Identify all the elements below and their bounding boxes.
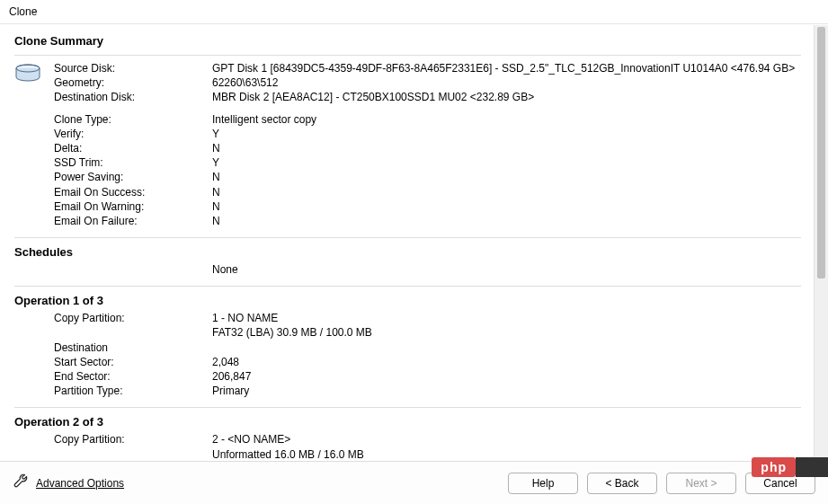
value-op1-partition-type: Primary — [212, 384, 801, 398]
value-delta: N — [212, 141, 801, 155]
label-op1-start-sector: Start Sector: — [14, 355, 212, 369]
section-clone-summary: Clone Summary — [14, 29, 801, 51]
divider — [14, 407, 801, 408]
vertical-scrollbar[interactable] — [814, 25, 828, 461]
value-ssd-trim: Y — [212, 155, 801, 170]
php-badge: php — [752, 457, 796, 477]
label-geometry: Geometry: — [54, 75, 212, 90]
content-wrapper: Clone Summary Source Disk:GPT Disk 1 [68… — [0, 25, 828, 461]
label-source-disk: Source Disk: — [54, 61, 212, 75]
label-destination-disk: Destination Disk: — [54, 90, 212, 104]
value-email-failure: N — [212, 214, 801, 228]
value-clone-type: Intelligent sector copy — [212, 112, 801, 127]
value-verify: Y — [212, 127, 801, 141]
value-geometry: 62260\63\512 — [212, 75, 801, 90]
section-operation-2: Operation 2 of 3 — [14, 410, 801, 432]
content-body: Clone Summary Source Disk:GPT Disk 1 [68… — [0, 25, 814, 461]
value-op1-copy-sub: FAT32 (LBA) 30.9 MB / 100.0 MB — [14, 325, 801, 340]
scrollbar-thumb[interactable] — [817, 27, 825, 279]
label-power-saving: Power Saving: — [14, 170, 212, 184]
divider — [14, 286, 801, 287]
value-op2-copy-sub: Unformatted 16.0 MB / 16.0 MB — [14, 447, 801, 461]
window-title: Clone — [0, 0, 828, 24]
section-operation-1: Operation 1 of 3 — [14, 288, 801, 311]
value-destination-disk: MBR Disk 2 [AEA8AC12] - CT250BX100SSD1 M… — [212, 90, 801, 104]
value-email-success: N — [212, 185, 801, 199]
label-ssd-trim: SSD Trim: — [14, 155, 212, 170]
value-op1-copy-partition: 1 - NO NAME — [212, 311, 801, 325]
advanced-options-link[interactable]: Advanced Options — [36, 477, 124, 490]
divider — [14, 237, 801, 238]
value-op1-end-sector: 206,847 — [212, 369, 801, 384]
label-op1-end-sector: End Sector: — [14, 369, 212, 384]
value-op1-start-sector: 2,048 — [212, 355, 801, 369]
help-button[interactable]: Help — [508, 473, 578, 494]
value-power-saving: N — [212, 170, 801, 184]
label-op1-copy-partition: Copy Partition: — [14, 311, 212, 325]
label-op2-copy-partition: Copy Partition: — [14, 432, 212, 447]
label-email-success: Email On Success: — [14, 185, 212, 199]
value-schedules: None — [212, 262, 801, 277]
overlay-block — [796, 457, 828, 477]
label-schedules-empty — [14, 262, 212, 277]
footer-bar: Advanced Options Help < Back Next > Canc… — [0, 461, 828, 504]
label-clone-type: Clone Type: — [14, 112, 212, 127]
disk-icon — [14, 61, 54, 105]
section-schedules: Schedules — [14, 240, 801, 262]
label-op1-partition-type: Partition Type: — [14, 384, 212, 398]
value-email-warning: N — [212, 199, 801, 214]
divider — [14, 55, 801, 56]
label-delta: Delta: — [14, 141, 212, 155]
label-verify: Verify: — [14, 127, 212, 141]
label-email-failure: Email On Failure: — [14, 214, 212, 228]
value-op2-copy-partition: 2 - <NO NAME> — [212, 432, 801, 447]
next-button[interactable]: Next > — [666, 473, 736, 494]
summary-block: Source Disk:GPT Disk 1 [68439DC5-4359-49… — [14, 57, 801, 107]
label-email-warning: Email On Warning: — [14, 199, 212, 214]
value-source-disk: GPT Disk 1 [68439DC5-4359-49DF-8F63-8A46… — [212, 61, 801, 75]
label-op1-destination: Destination — [14, 340, 212, 355]
back-button[interactable]: < Back — [587, 473, 657, 494]
wrench-icon — [13, 473, 31, 493]
